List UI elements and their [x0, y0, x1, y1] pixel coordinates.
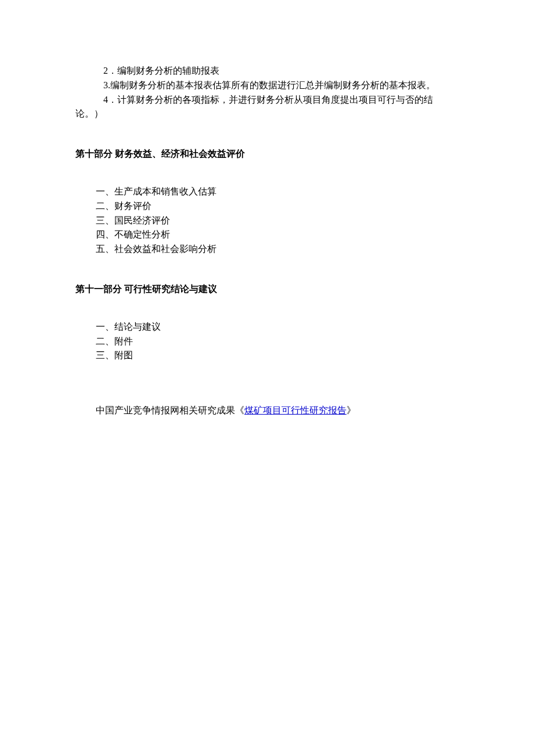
reference-link[interactable]: 煤矿项目可行性研究报告	[244, 405, 347, 415]
numbered-item-4-line2: 论。）	[75, 107, 459, 121]
list-item: 二、附件	[96, 334, 459, 349]
list-item: 四、不确定性分析	[96, 228, 459, 242]
list-item: 三、国民经济评价	[96, 214, 459, 228]
reference-suffix: 》	[347, 405, 356, 415]
list-item: 五、社会效益和社会影响分析	[96, 242, 459, 257]
numbered-item-3: 3.编制财务分析的基本报表估算所有的数据进行汇总并编制财务分析的基本报表。	[103, 78, 459, 93]
list-item: 三、附图	[96, 348, 459, 363]
list-item: 二、财务评价	[96, 199, 459, 214]
reference-line: 中国产业竞争情报网相关研究成果《煤矿项目可行性研究报告》	[75, 404, 459, 418]
numbered-item-2: 2．编制财务分析的辅助报表	[103, 64, 459, 78]
section-11-heading: 第十一部分 可行性研究结论与建议	[75, 282, 459, 297]
section-10-list: 一、生产成本和销售收入估算 二、财务评价 三、国民经济评价 四、不确定性分析 五…	[75, 185, 459, 257]
numbered-continuation-block: 2．编制财务分析的辅助报表 3.编制财务分析的基本报表估算所有的数据进行汇总并编…	[75, 64, 459, 107]
list-item: 一、生产成本和销售收入估算	[96, 185, 459, 199]
numbered-item-4-line1: 4．计算财务分析的各项指标，并进行财务分析从项目角度提出项目可行与否的结	[103, 93, 459, 107]
document-page: 2．编制财务分析的辅助报表 3.编制财务分析的基本报表估算所有的数据进行汇总并编…	[0, 0, 534, 418]
section-10-heading: 第十部分 财务效益、经济和社会效益评价	[75, 147, 459, 161]
reference-prefix: 中国产业竞争情报网相关研究成果《	[96, 405, 244, 415]
section-11-list: 一、结论与建议 二、附件 三、附图	[75, 320, 459, 363]
list-item: 一、结论与建议	[96, 320, 459, 334]
